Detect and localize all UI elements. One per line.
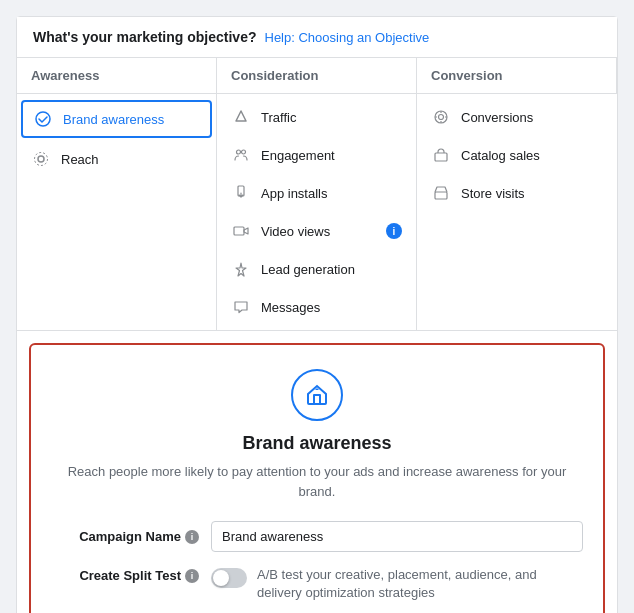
traffic-label: Traffic (261, 110, 296, 125)
objective-conversions[interactable]: Conversions (417, 98, 617, 136)
reach-icon (31, 149, 51, 169)
detail-icon-area (51, 369, 583, 421)
store-visits-icon (431, 183, 451, 203)
objective-engagement[interactable]: Engagement (217, 136, 416, 174)
svg-point-1 (38, 156, 44, 162)
objective-messages[interactable]: Messages (217, 288, 416, 326)
app-installs-icon (231, 183, 251, 203)
svg-rect-6 (234, 227, 244, 235)
brand-awareness-icon (33, 109, 53, 129)
campaign-name-input[interactable] (211, 521, 583, 552)
split-test-label: Create Split Test i (51, 566, 211, 583)
messages-label: Messages (261, 300, 320, 315)
conversions-icon (431, 107, 451, 127)
svg-point-8 (439, 115, 444, 120)
detail-title: Brand awareness (51, 433, 583, 454)
campaign-name-row: Campaign Name i (51, 521, 583, 552)
split-test-info-icon[interactable]: i (185, 569, 199, 583)
col-header-consideration: Consideration (217, 58, 417, 94)
svg-rect-13 (435, 153, 447, 161)
awareness-items: Brand awareness Reach (17, 94, 217, 330)
video-views-icon (231, 221, 251, 241)
objective-brand-awareness[interactable]: Brand awareness (21, 100, 212, 138)
objective-lead-generation[interactable]: Lead generation (217, 250, 416, 288)
video-views-info-icon[interactable]: i (386, 223, 402, 239)
objective-app-installs[interactable]: App installs (217, 174, 416, 212)
objective-catalog-sales[interactable]: Catalog sales (417, 136, 617, 174)
conversions-label: Conversions (461, 110, 533, 125)
reach-label: Reach (61, 152, 99, 167)
split-test-toggle[interactable] (211, 568, 247, 588)
messages-icon (231, 297, 251, 317)
col-header-conversion: Conversion (417, 58, 617, 94)
campaign-name-info-icon[interactable]: i (185, 530, 199, 544)
split-test-control: A/B test your creative, placement, audie… (211, 566, 583, 602)
traffic-icon (231, 107, 251, 127)
conversion-items: Conversions Catalog sales (417, 94, 617, 330)
store-visits-label: Store visits (461, 186, 525, 201)
col-header-awareness: Awareness (17, 58, 217, 94)
lead-generation-label: Lead generation (261, 262, 355, 277)
video-views-label: Video views (261, 224, 330, 239)
help-link[interactable]: Help: Choosing an Objective (265, 30, 430, 45)
objective-video-views[interactable]: Video views i (217, 212, 416, 250)
svg-rect-14 (435, 192, 447, 199)
split-test-row: Create Split Test i A/B test your creati… (51, 566, 583, 602)
brand-awareness-label: Brand awareness (63, 112, 164, 127)
detail-description: Reach people more likely to pay attentio… (51, 462, 583, 501)
page-header: What's your marketing objective? Help: C… (17, 17, 617, 58)
page-title: What's your marketing objective? (33, 29, 257, 45)
engagement-icon (231, 145, 251, 165)
campaign-name-label: Campaign Name i (51, 529, 211, 544)
svg-point-4 (242, 150, 246, 154)
consideration-items: Traffic Engagement (217, 94, 417, 330)
lead-generation-icon (231, 259, 251, 279)
app-installs-label: App installs (261, 186, 327, 201)
objective-traffic[interactable]: Traffic (217, 98, 416, 136)
detail-icon-circle (291, 369, 343, 421)
objective-reach[interactable]: Reach (17, 140, 216, 178)
objective-store-visits[interactable]: Store visits (417, 174, 617, 212)
engagement-label: Engagement (261, 148, 335, 163)
catalog-sales-label: Catalog sales (461, 148, 540, 163)
svg-point-3 (237, 150, 241, 154)
svg-point-0 (36, 112, 50, 126)
detail-panel: Brand awareness Reach people more likely… (29, 343, 605, 613)
split-test-desc: A/B test your creative, placement, audie… (257, 566, 583, 602)
objectives-grid: Awareness Consideration Conversion Brand… (17, 58, 617, 331)
catalog-sales-icon (431, 145, 451, 165)
svg-point-2 (35, 153, 48, 166)
marketing-objective-page: What's your marketing objective? Help: C… (16, 16, 618, 613)
